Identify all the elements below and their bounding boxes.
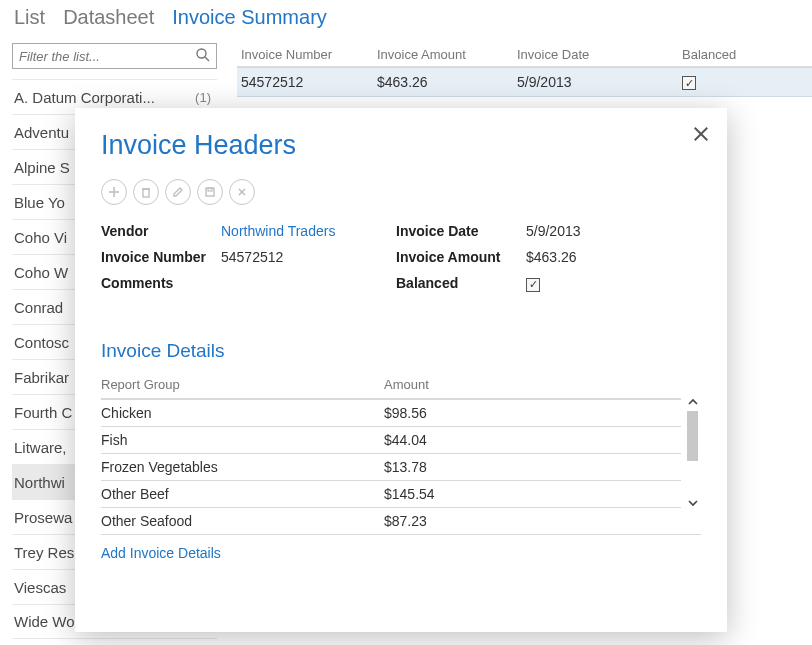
label-invoice-amount: Invoice Amount xyxy=(396,249,526,265)
list-item-count: (1) xyxy=(195,90,211,105)
detail-cell-group: Other Beef xyxy=(101,486,384,502)
tab-invoice-summary[interactable]: Invoice Summary xyxy=(172,6,327,35)
checkmark-icon: ✓ xyxy=(682,76,696,90)
grid-header: Invoice Number Invoice Amount Invoice Da… xyxy=(237,43,812,67)
grid-cell-date: 5/9/2013 xyxy=(517,74,682,90)
detail-cell-amount: $98.56 xyxy=(384,405,681,421)
add-button[interactable] xyxy=(101,179,127,205)
grid-header-balanced[interactable]: Balanced xyxy=(682,47,782,62)
value-invoice-amount: $463.26 xyxy=(526,249,701,265)
list-item-label: Litware, xyxy=(14,439,67,456)
label-vendor: Vendor xyxy=(101,223,221,239)
close-button[interactable] xyxy=(691,124,711,144)
detail-cell-amount: $13.78 xyxy=(384,459,681,475)
label-invoice-date: Invoice Date xyxy=(396,223,526,239)
delete-button[interactable] xyxy=(133,179,159,205)
list-item-label: Prosewa xyxy=(14,509,72,526)
svg-rect-9 xyxy=(208,188,212,191)
tab-list[interactable]: List xyxy=(14,6,45,35)
details-header-group[interactable]: Report Group xyxy=(101,377,384,392)
invoice-details-grid: Report Group Amount Chicken$98.56Fish$44… xyxy=(101,372,701,535)
invoice-headers-dialog: Invoice Headers Vendor Northwind Traders… xyxy=(75,108,727,632)
header-fields: Vendor Northwind Traders Invoice Date 5/… xyxy=(101,223,701,292)
filter-input[interactable] xyxy=(12,43,217,69)
edit-button[interactable] xyxy=(165,179,191,205)
detail-row[interactable]: Chicken$98.56 xyxy=(101,399,681,426)
list-item-label: Coho W xyxy=(14,264,68,281)
detail-cell-group: Fish xyxy=(101,432,384,448)
detail-cell-group: Chicken xyxy=(101,405,384,421)
detail-cell-group: Other Seafood xyxy=(101,513,384,529)
grid-cell-balanced: ✓ xyxy=(682,74,782,91)
detail-cell-amount: $87.23 xyxy=(384,513,681,529)
detail-row[interactable]: Fish$44.04 xyxy=(101,426,681,453)
grid-header-date[interactable]: Invoice Date xyxy=(517,47,682,62)
value-invoice-number: 54572512 xyxy=(221,249,396,265)
tab-datasheet[interactable]: Datasheet xyxy=(63,6,154,35)
scroll-up-icon[interactable] xyxy=(684,394,701,411)
label-invoice-number: Invoice Number xyxy=(101,249,221,265)
grid-cell-number: 54572512 xyxy=(237,74,377,90)
label-comments: Comments xyxy=(101,275,221,292)
save-button[interactable] xyxy=(197,179,223,205)
label-balanced: Balanced xyxy=(396,275,526,292)
checkmark-icon: ✓ xyxy=(526,278,540,292)
list-item-label: Fabrikar xyxy=(14,369,69,386)
list-item-label: Alpine S xyxy=(14,159,70,176)
invoice-details-title: Invoice Details xyxy=(101,340,701,362)
cancel-button[interactable] xyxy=(229,179,255,205)
detail-row[interactable]: Other Beef$145.54 xyxy=(101,480,681,507)
details-header: Report Group Amount xyxy=(101,372,681,399)
detail-cell-group: Frozen Vegetables xyxy=(101,459,384,475)
grid-cell-amount: $463.26 xyxy=(377,74,517,90)
detail-cell-amount: $44.04 xyxy=(384,432,681,448)
scroll-thumb[interactable] xyxy=(687,411,698,461)
grid-header-number[interactable]: Invoice Number xyxy=(237,47,377,62)
list-item-label: Viescas xyxy=(14,579,66,596)
list-item-label: Northwi xyxy=(14,474,65,491)
tab-bar: List Datasheet Invoice Summary xyxy=(0,0,812,35)
vendor-link[interactable]: Northwind Traders xyxy=(221,223,396,239)
list-item-label: Conrad xyxy=(14,299,63,316)
detail-row[interactable]: Frozen Vegetables$13.78 xyxy=(101,453,681,480)
value-invoice-date: 5/9/2013 xyxy=(526,223,701,239)
list-item-label: Coho Vi xyxy=(14,229,67,246)
list-item-label: Trey Res xyxy=(14,544,74,561)
list-item-label: Blue Yo xyxy=(14,194,65,211)
list-item-label: Fourth C xyxy=(14,404,72,421)
svg-rect-6 xyxy=(143,189,149,197)
scroll-track[interactable] xyxy=(684,411,701,495)
list-item-label: A. Datum Corporati... xyxy=(14,89,155,106)
grid-header-amount[interactable]: Invoice Amount xyxy=(377,47,517,62)
add-invoice-details-link[interactable]: Add Invoice Details xyxy=(101,545,221,561)
detail-row[interactable]: Other Seafood$87.23 xyxy=(101,507,681,534)
scrollbar[interactable] xyxy=(684,394,701,512)
grid-row[interactable]: 54572512 $463.26 5/9/2013 ✓ xyxy=(237,67,812,97)
dialog-title: Invoice Headers xyxy=(101,130,701,161)
list-item-label: Contosc xyxy=(14,334,69,351)
svg-rect-8 xyxy=(206,188,214,196)
list-item-label: Adventu xyxy=(14,124,69,141)
toolbar xyxy=(101,179,701,205)
detail-cell-amount: $145.54 xyxy=(384,486,681,502)
value-balanced: ✓ xyxy=(526,275,701,292)
details-header-amount[interactable]: Amount xyxy=(384,377,681,392)
scroll-down-icon[interactable] xyxy=(684,495,701,512)
filter-wrap xyxy=(12,43,217,69)
